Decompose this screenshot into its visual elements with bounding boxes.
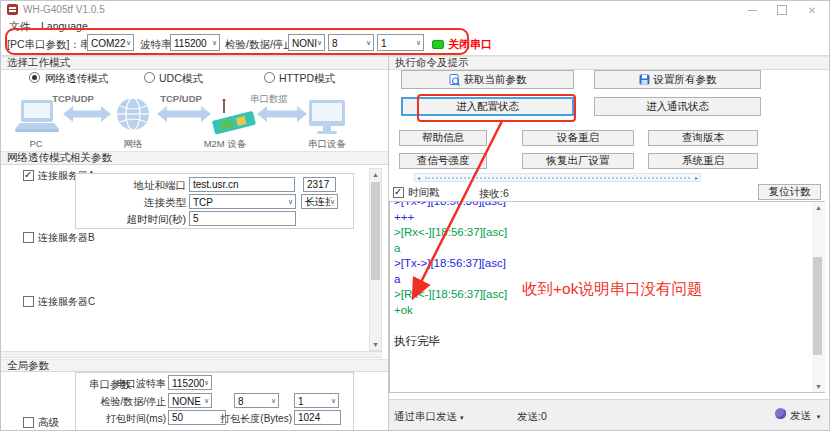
set-params-button[interactable]: 设置所有参数 xyxy=(594,70,761,89)
red-annotation-text: 收到+ok说明串口没有问题 xyxy=(522,279,702,300)
chevron-down-icon: ∨ xyxy=(317,38,322,46)
port-input[interactable] xyxy=(303,177,336,192)
send-button[interactable]: 发送 ▾ xyxy=(790,409,820,423)
device-reboot-button[interactable]: 设备重启 xyxy=(522,130,634,146)
port-open-led-icon xyxy=(432,40,444,49)
chevron-down-icon: ∨ xyxy=(271,396,276,404)
pack-len-input[interactable] xyxy=(294,410,341,425)
help-button[interactable]: 帮助信息 xyxy=(399,130,487,146)
log-vertical-scrollbar[interactable]: ▲ ▼ xyxy=(812,202,825,392)
pc-laptop-icon xyxy=(15,100,59,132)
stopbits-select[interactable]: 1 ∨ xyxy=(377,34,424,51)
server-b-checkbox[interactable] xyxy=(23,232,34,243)
window-title: WH-G405tf V1.0.5 xyxy=(23,4,105,15)
send-network-icon xyxy=(775,408,786,419)
scroll-down-icon[interactable]: ▼ xyxy=(370,339,381,350)
left-vertical-scrollbar[interactable]: ▲ ▼ xyxy=(369,168,382,351)
serial-databits-value: 8 xyxy=(238,395,244,406)
work-mode-header-label: 选择工作模式 xyxy=(7,56,70,70)
minimize-button[interactable] xyxy=(737,1,767,19)
set-params-label: 设置所有参数 xyxy=(654,73,717,87)
address-input[interactable] xyxy=(189,177,295,192)
scroll-down-icon[interactable]: ▼ xyxy=(812,381,825,392)
net-params-header: 网络透传模式相关参数 xyxy=(1,151,388,165)
baud-value: 115200 xyxy=(174,37,207,48)
com-port-select[interactable]: COM22 ∨ xyxy=(87,34,134,51)
baud-select[interactable]: 115200 ∨ xyxy=(170,34,220,51)
maximize-button[interactable] xyxy=(767,1,797,19)
get-params-button[interactable]: 获取当前参数 xyxy=(401,70,574,89)
serial-stopbits-value: 1 xyxy=(298,395,304,406)
chevron-down-icon: ▾ xyxy=(817,413,821,420)
serial-parity-select[interactable]: NONE ∨ xyxy=(168,393,212,408)
radio-httpd-label: HTTPD模式 xyxy=(279,72,335,86)
chevron-down-icon: ∨ xyxy=(288,197,293,205)
radio-udc-mode[interactable] xyxy=(144,72,155,83)
databits-value: 8 xyxy=(332,37,338,48)
radio-transparent-mode[interactable] xyxy=(29,72,40,83)
enter-config-button[interactable]: 进入配置状态 xyxy=(401,97,574,116)
serial-device-label: 串口设备 xyxy=(297,138,357,151)
chevron-down-icon: ∨ xyxy=(331,396,336,404)
conn-type-select[interactable]: TCP ∨ xyxy=(189,194,296,209)
address-label: 地址和端口 xyxy=(86,179,186,193)
menu-language[interactable]: Language xyxy=(41,20,88,32)
network-globe-icon xyxy=(117,99,149,130)
scroll-right-icon[interactable]: ▸ xyxy=(695,174,698,182)
serial-parity-value: NONE xyxy=(172,395,201,406)
scroll-up-icon[interactable]: ▲ xyxy=(812,202,825,213)
app-logo-icon xyxy=(7,4,18,15)
server-c-checkbox[interactable] xyxy=(23,296,34,307)
signal-strength-label: 查信号强度 xyxy=(417,154,470,168)
scrollbar-thumb[interactable] xyxy=(813,257,822,355)
keepalive-select[interactable]: 长连接 ∨ xyxy=(301,194,338,209)
parity-label: 检验/数据/停止 xyxy=(225,38,294,52)
serial-baud-select[interactable]: 115200 ∨ xyxy=(168,375,212,390)
enter-comm-button[interactable]: 进入通讯状态 xyxy=(594,97,761,116)
radio-httpd-mode[interactable] xyxy=(264,72,275,83)
advanced-checkbox[interactable] xyxy=(23,417,34,428)
reset-count-label: 复位计数 xyxy=(769,185,811,199)
serial-stopbits-select[interactable]: 1 ∨ xyxy=(294,393,339,408)
system-reboot-label: 系统重启 xyxy=(682,154,724,168)
timeout-input[interactable] xyxy=(189,211,296,226)
document-search-icon xyxy=(449,74,460,86)
scroll-up-icon[interactable]: ▲ xyxy=(370,169,381,180)
pc-label: PC xyxy=(16,138,56,149)
commands-header: 执行命令及提示 xyxy=(389,56,830,70)
system-reboot-button[interactable]: 系统重启 xyxy=(648,153,758,169)
factory-reset-button[interactable]: 恢复出厂设置 xyxy=(522,153,634,169)
log-lines: >[Tx->][18:56:36][asc]+++>[Rx<-][18:56:3… xyxy=(390,201,824,349)
recv-count: 接收:6 xyxy=(479,187,509,201)
scroll-left-icon[interactable]: ◂ xyxy=(417,174,420,182)
scrollbar-thumb[interactable] xyxy=(371,182,380,280)
reset-count-button[interactable]: 复位计数 xyxy=(758,184,821,200)
server-c-label: 连接服务器C xyxy=(38,295,95,309)
timestamp-checkbox[interactable] xyxy=(393,187,404,198)
m2m-device-icon xyxy=(212,99,256,135)
send-via-dropdown[interactable]: 通过串口发送 ▾ xyxy=(394,410,463,424)
close-window-button[interactable]: ✕ xyxy=(797,1,827,19)
server-a-checkbox[interactable] xyxy=(23,170,34,181)
timestamp-label: 时间戳 xyxy=(408,186,440,200)
arrow-icon xyxy=(257,106,307,122)
serial-device-monitor-icon xyxy=(309,100,345,134)
right-horizontal-scrollbar[interactable]: ◂ ▸ xyxy=(414,173,701,182)
chevron-down-icon: ∨ xyxy=(366,38,371,46)
close-port-button[interactable]: 关闭串口 xyxy=(448,37,492,52)
signal-strength-button[interactable]: 查信号强度 xyxy=(399,153,487,169)
chevron-down-icon: ∨ xyxy=(330,197,335,205)
query-version-button[interactable]: 查询版本 xyxy=(648,130,758,146)
left-horizontal-scrollbar[interactable] xyxy=(1,351,382,358)
menu-file[interactable]: 文件 xyxy=(9,20,30,34)
databits-select[interactable]: 8 ∨ xyxy=(328,34,374,51)
timeout-label: 超时时间(秒) xyxy=(86,213,186,227)
advanced-label: 高级 xyxy=(38,416,59,430)
sent-count: 发送:0 xyxy=(517,410,547,424)
baud-label: 波特率 xyxy=(140,38,172,52)
title-bar: WH-G405tf V1.0.5 ✕ xyxy=(1,1,829,19)
network-label: 网络 xyxy=(113,138,153,151)
serial-databits-select[interactable]: 8 ∨ xyxy=(234,393,279,408)
parity-select[interactable]: NONI ∨ xyxy=(288,34,325,51)
radio-udc-label: UDC模式 xyxy=(159,72,203,86)
